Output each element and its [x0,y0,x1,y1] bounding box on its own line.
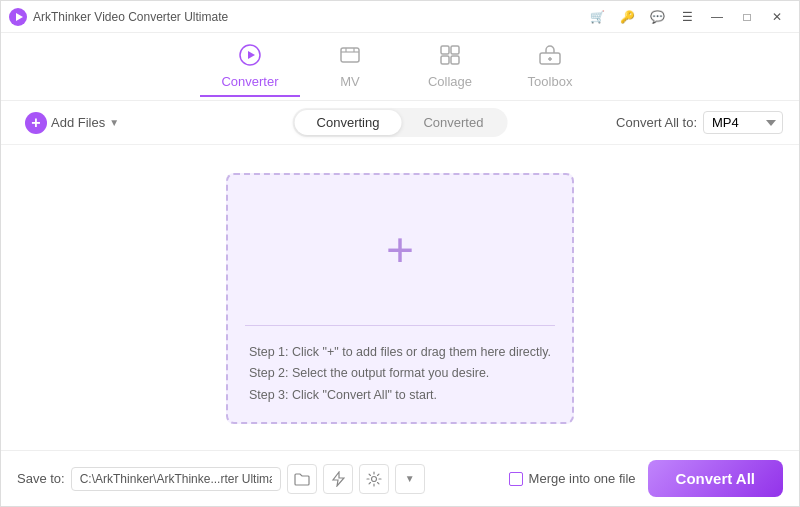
nav-item-collage[interactable]: Collage [400,37,500,97]
svg-rect-9 [451,46,459,54]
nav-bar: Converter MV Collage [1,33,799,101]
nav-collage-label: Collage [428,74,472,89]
step2-text: Step 2: Select the output format you des… [249,363,551,384]
collage-icon [438,43,462,70]
title-bar-left: ArkThinker Video Converter Ultimate [9,8,228,26]
merge-label[interactable]: Merge into one file [529,471,636,486]
save-to-label: Save to: [17,471,65,486]
svg-rect-4 [341,48,359,62]
gear-icon [366,471,382,487]
app-logo-icon [9,8,27,26]
mv-icon [338,43,362,70]
nav-mv-label: MV [340,74,360,89]
merge-checkbox-area: Merge into one file [509,471,636,486]
title-bar-right: 🛒 🔑 💬 ☰ — □ ✕ [583,6,791,28]
drop-zone-plus-icon: + [386,226,414,274]
chat-button[interactable]: 💬 [643,6,671,28]
format-select[interactable]: MP4 MOV AVI MKV WMV [703,111,783,134]
drop-zone[interactable]: + Step 1: Click "+" to add files or drag… [226,173,574,424]
close-button[interactable]: ✕ [763,6,791,28]
merge-checkbox[interactable] [509,472,523,486]
tab-converted[interactable]: Converted [401,110,505,135]
toolbar: + Add Files ▼ Converting Converted Conve… [1,101,799,145]
title-bar: ArkThinker Video Converter Ultimate 🛒 🔑 … [1,1,799,33]
convert-all-button[interactable]: Convert All [648,460,783,497]
add-files-label: Add Files [51,115,105,130]
nav-item-converter[interactable]: Converter [200,37,300,97]
drop-zone-icon-area: + [228,175,572,325]
step3-text: Step 3: Click "Convert All" to start. [249,385,551,406]
folder-icon [294,472,310,486]
svg-rect-11 [451,56,459,64]
svg-point-15 [371,476,376,481]
maximize-button[interactable]: □ [733,6,761,28]
add-files-dropdown-arrow: ▼ [109,117,119,128]
svg-marker-3 [248,51,255,59]
select-folder-button[interactable] [287,464,317,494]
key-button[interactable]: 🔑 [613,6,641,28]
save-to-section: Save to: ▼ [17,464,425,494]
bottom-bar: Save to: ▼ Merge into one file Convert A… [1,450,799,506]
converter-icon [238,43,262,70]
app-title: ArkThinker Video Converter Ultimate [33,10,228,24]
nav-item-toolbox[interactable]: Toolbox [500,37,600,97]
tab-converting[interactable]: Converting [295,110,402,135]
nav-item-mv[interactable]: MV [300,37,400,97]
tab-group: Converting Converted [293,108,508,137]
nav-converter-label: Converter [221,74,278,89]
lightning-button[interactable] [323,464,353,494]
main-content: + Step 1: Click "+" to add files or drag… [1,145,799,452]
right-section: Merge into one file Convert All [509,460,783,497]
nav-toolbox-label: Toolbox [528,74,573,89]
menu-button[interactable]: ☰ [673,6,701,28]
drop-zone-instructions: Step 1: Click "+" to add files or drag t… [229,326,571,422]
add-circle-icon: + [25,112,47,134]
cart-button[interactable]: 🛒 [583,6,611,28]
lightning-icon [331,471,345,487]
more-options-button[interactable]: ▼ [395,464,425,494]
toolbox-icon [538,43,562,70]
step1-text: Step 1: Click "+" to add files or drag t… [249,342,551,363]
convert-all-to-label: Convert All to: [616,115,697,130]
svg-rect-8 [441,46,449,54]
add-files-button[interactable]: + Add Files ▼ [17,108,127,138]
save-path-input[interactable] [71,467,281,491]
settings-button[interactable] [359,464,389,494]
convert-all-to-section: Convert All to: MP4 MOV AVI MKV WMV [616,111,783,134]
svg-rect-10 [441,56,449,64]
minimize-button[interactable]: — [703,6,731,28]
